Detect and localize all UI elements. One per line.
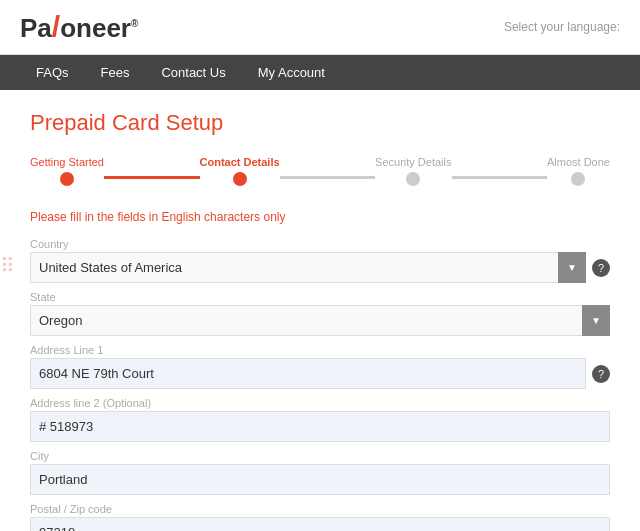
- step-contact-details: Contact Details: [200, 156, 280, 186]
- progress-line-1: [104, 176, 200, 179]
- state-field: State Oregon ▼: [30, 291, 610, 336]
- page-title: Prepaid Card Setup: [30, 110, 610, 136]
- main-content: Prepaid Card Setup Getting Started Conta…: [0, 90, 640, 531]
- postal-input[interactable]: [30, 517, 610, 531]
- logo: Pa/oneer®: [20, 10, 138, 44]
- nav-account[interactable]: My Account: [242, 55, 341, 90]
- country-help-icon[interactable]: ?: [592, 259, 610, 277]
- country-field: Country United States of America ▼ ?: [30, 238, 610, 283]
- address2-field: Address line 2 (Optional): [30, 397, 610, 442]
- state-label: State: [30, 291, 610, 303]
- country-label: Country: [30, 238, 610, 250]
- step-label-3: Security Details: [375, 156, 451, 168]
- logo-oneer: oneer: [60, 13, 131, 43]
- address1-field: Address Line 1 ?: [30, 344, 610, 389]
- step-security-details: Security Details: [375, 156, 451, 186]
- logo-slash: /: [52, 10, 60, 43]
- state-select-wrapper: Oregon ▼: [30, 305, 610, 336]
- city-field: City: [30, 450, 610, 495]
- nav-fees[interactable]: Fees: [85, 55, 146, 90]
- step-almost-done: Almost Done: [547, 156, 610, 186]
- progress-bar: Getting Started Contact Details Security…: [30, 156, 610, 186]
- step-label-4: Almost Done: [547, 156, 610, 168]
- logo-reg: ®: [131, 18, 138, 29]
- nav-faqs[interactable]: FAQs: [20, 55, 85, 90]
- address2-input[interactable]: [30, 411, 610, 442]
- city-input[interactable]: [30, 464, 610, 495]
- country-select[interactable]: United States of America: [30, 252, 586, 283]
- form-notice: Please fill in the fields in English cha…: [30, 210, 610, 224]
- step-dot-4: [571, 172, 585, 186]
- address2-label: Address line 2 (Optional): [30, 397, 610, 409]
- step-label-1: Getting Started: [30, 156, 104, 168]
- progress-line-3: [452, 176, 548, 179]
- progress-line-2: [280, 176, 376, 179]
- address1-label: Address Line 1: [30, 344, 610, 356]
- step-getting-started: Getting Started: [30, 156, 104, 186]
- postal-label: Postal / Zip code: [30, 503, 610, 515]
- state-select[interactable]: Oregon: [30, 305, 610, 336]
- city-label: City: [30, 450, 610, 462]
- step-dot-3: [406, 172, 420, 186]
- step-label-2: Contact Details: [200, 156, 280, 168]
- postal-field: Postal / Zip code: [30, 503, 610, 531]
- header: Pa/oneer® Select your language:: [0, 0, 640, 55]
- address1-help-icon[interactable]: ?: [592, 365, 610, 383]
- address1-input[interactable]: [30, 358, 586, 389]
- step-dot-1: [60, 172, 74, 186]
- nav-bar: FAQs Fees Contact Us My Account: [0, 55, 640, 90]
- step-dot-2: [233, 172, 247, 186]
- nav-contact[interactable]: Contact Us: [145, 55, 241, 90]
- logo-pay: Pa: [20, 13, 52, 43]
- side-decoration: ⠿: [0, 254, 15, 278]
- language-selector[interactable]: Select your language:: [504, 20, 620, 34]
- country-select-wrapper: United States of America ▼: [30, 252, 586, 283]
